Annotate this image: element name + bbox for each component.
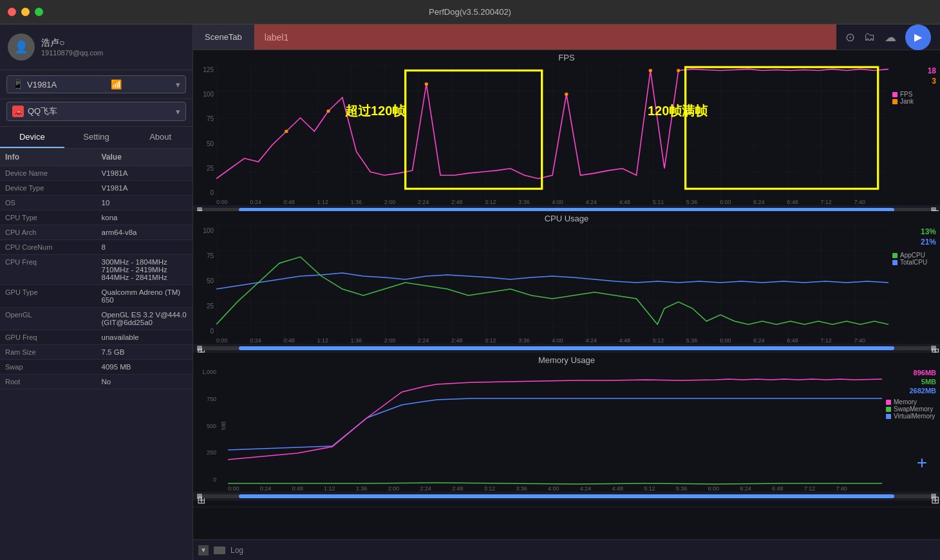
- cloud-icon[interactable]: ☁: [885, 30, 896, 44]
- device-select-row: 📱 V1981A 📶 ▾: [0, 70, 193, 99]
- svg-rect-12: [228, 366, 882, 485]
- svg-point-5: [565, 93, 568, 96]
- cpu-scroll-track[interactable]: [202, 346, 931, 350]
- fps-y-75: 75: [207, 115, 214, 122]
- memory-scrollbar[interactable]: ⊞ ⊞: [193, 492, 940, 501]
- info-cell-value: 10: [97, 196, 193, 210]
- tab-setting[interactable]: Setting: [64, 127, 129, 148]
- log-toggle[interactable]: ▼: [198, 545, 209, 555]
- info-cell-key: Root: [0, 375, 97, 389]
- window-controls: [8, 8, 43, 16]
- minimize-button[interactable]: [21, 8, 30, 16]
- memory-dot: [886, 400, 891, 405]
- svg-point-2: [285, 129, 288, 133]
- fps-legend-jank-label: Jank: [900, 98, 914, 105]
- memory-svg: [228, 366, 882, 485]
- info-row: Device Type V1981A: [0, 181, 193, 196]
- label-tab[interactable]: label1: [254, 24, 836, 50]
- info-cell-value: Qualcomm Adreno (TM) 650: [97, 285, 193, 307]
- device-select[interactable]: 📱 V1981A 📶 ▾: [6, 75, 186, 93]
- mem-y-750: 750: [207, 396, 216, 402]
- info-cell-key: OS: [0, 196, 97, 210]
- cpu-scroll-right[interactable]: ⊞: [931, 346, 936, 351]
- fps-legend-fps: FPS: [892, 91, 936, 98]
- location-icon[interactable]: ⊙: [845, 30, 855, 44]
- svg-point-6: [649, 69, 652, 72]
- tab-device[interactable]: Device: [0, 127, 64, 148]
- info-row: CPU Arch arm64-v8a: [0, 225, 193, 240]
- mem-y-0: 0: [213, 476, 216, 483]
- info-cell-value: 7.5 GB: [97, 345, 193, 359]
- fps-x-labels: 0:000:240:481:121:362:002:242:483:123:36…: [193, 199, 888, 205]
- cpu-legend-total-label: TotalCPU: [900, 259, 927, 266]
- mem-legend-swap: SwapMemory: [886, 406, 936, 413]
- add-chart-button[interactable]: +: [910, 451, 934, 474]
- info-cell-value: 8: [97, 240, 193, 254]
- fps-y-50: 50: [207, 140, 214, 147]
- info-row: Swap 4095 MB: [0, 360, 193, 375]
- cpu-chart-title: CPU Usage: [193, 211, 940, 225]
- play-button[interactable]: ▶: [905, 24, 931, 50]
- app-name: QQ飞车: [28, 106, 57, 117]
- info-row: OpenGL OpenGL ES 3.2 V@444.0 (GIT@6dd25a…: [0, 308, 193, 330]
- info-cell-value: V1981A: [97, 166, 193, 180]
- memory-scroll-track[interactable]: [202, 494, 931, 498]
- user-email: 19110879@qq.com: [41, 49, 103, 57]
- close-button[interactable]: [8, 8, 16, 16]
- cpu-scrollbar[interactable]: ⊞ ⊞: [193, 344, 940, 353]
- cpu-chart-svg-wrapper: [216, 225, 888, 337]
- log-checkbox[interactable]: [214, 546, 225, 554]
- fps-value-2: 3: [892, 77, 936, 86]
- cpu-y-75: 75: [207, 252, 214, 259]
- sidebar-tabs: Device Setting About: [0, 127, 193, 149]
- mem-y-1000: 1,000: [202, 369, 216, 375]
- memory-scroll-thumb[interactable]: [239, 494, 895, 498]
- fps-chart-container: FPS 125 100 75 50 25 0: [193, 50, 940, 211]
- info-cell-value: No: [97, 375, 193, 389]
- sidebar: 👤 浩卢○ 19110879@qq.com 📱 V1981A 📶 ▾ 🚗: [0, 24, 193, 560]
- user-section: 👤 浩卢○ 19110879@qq.com: [0, 24, 193, 70]
- info-cell-value: OpenGL ES 3.2 V@444.0 (GIT@6dd25a0: [97, 308, 193, 330]
- svg-rect-1: [216, 64, 888, 199]
- memory-scroll-right[interactable]: ⊞: [931, 494, 936, 499]
- info-cell-value: V1981A: [97, 181, 193, 195]
- folder-icon[interactable]: 🗂: [864, 30, 876, 44]
- cpu-y-50: 50: [207, 277, 214, 285]
- fps-legend-fps-label: FPS: [900, 91, 912, 98]
- tab-about[interactable]: About: [128, 127, 193, 148]
- info-cell-value: 300MHz - 1804MHz 710MHz - 2419MHz 844MHz…: [97, 255, 193, 285]
- info-header-value: Value: [97, 149, 193, 165]
- chevron-down-icon: ▾: [176, 80, 180, 89]
- maximize-button[interactable]: [35, 8, 43, 16]
- cpu-legend-app-label: AppCPU: [900, 252, 925, 259]
- mem-value-0: 896MB: [886, 369, 936, 377]
- info-cell-value: kona: [97, 210, 193, 225]
- fps-legend: 18 3 FPS Jank: [888, 64, 940, 199]
- memory-chart-svg-wrapper: [228, 366, 882, 485]
- swap-memory-dot: [886, 407, 891, 412]
- scene-tab[interactable]: SceneTab: [193, 24, 254, 50]
- info-cell-value: unavailable: [97, 330, 193, 344]
- info-row: GPU Type Qualcomm Adreno (TM) 650: [0, 285, 193, 308]
- total-cpu-dot: [892, 260, 898, 265]
- info-row: Ram Size 7.5 GB: [0, 345, 193, 360]
- device-select-left: 📱 V1981A: [12, 79, 57, 89]
- mem-y-250: 250: [207, 449, 216, 456]
- fps-y-0: 0: [210, 189, 214, 196]
- info-cell-key: OpenGL: [0, 308, 97, 330]
- info-header-row: Info Value: [0, 149, 193, 166]
- info-cell-key: CPU Type: [0, 210, 97, 225]
- info-cell-value: 4095 MB: [97, 360, 193, 374]
- fps-legend-jank: Jank: [892, 98, 936, 105]
- info-rows-container: Device Name V1981A Device Type V1981A OS…: [0, 166, 193, 389]
- memory-scroll-left[interactable]: ⊞: [197, 494, 202, 499]
- cpu-scroll-thumb[interactable]: [239, 346, 895, 350]
- app-icon: 🚗: [12, 106, 24, 117]
- cpu-scroll-left[interactable]: ⊞: [197, 346, 202, 351]
- user-name: 浩卢○: [41, 37, 103, 49]
- info-cell-key: GPU Freq: [0, 330, 97, 344]
- mem-y-axis-label: MB: [219, 366, 228, 485]
- info-cell-key: CPU Arch: [0, 225, 97, 239]
- app-select[interactable]: 🚗 QQ飞车 ▾: [6, 102, 186, 121]
- app-select-row: 🚗 QQ飞车 ▾: [0, 99, 193, 127]
